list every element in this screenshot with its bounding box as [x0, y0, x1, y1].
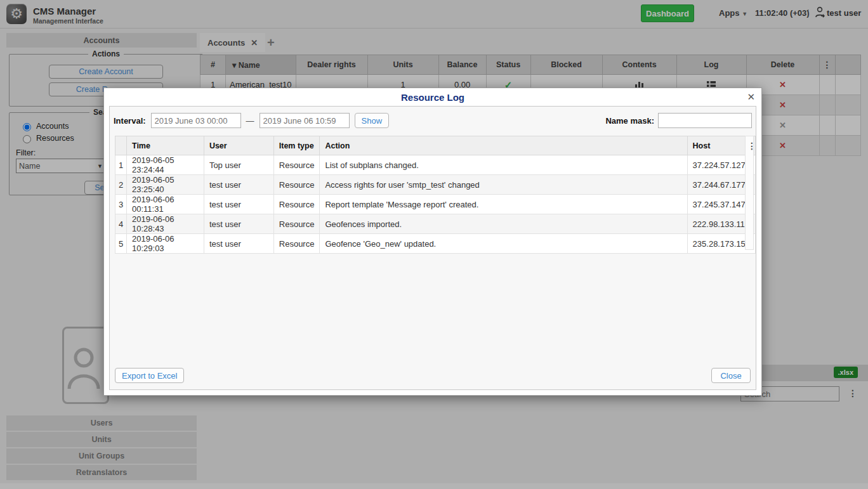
log-cell: 2019-06-06 10:28:43	[126, 214, 204, 234]
log-column-header-action[interactable]: Action	[320, 136, 687, 155]
log-cell: Report template 'Message report' created…	[320, 195, 687, 214]
log-column-header-item-type[interactable]: Item type	[273, 136, 320, 155]
log-row: 22019-06-05 23:25:40test userResourceAcc…	[115, 175, 756, 195]
log-cell: Resource	[273, 155, 320, 175]
log-table-scrollbar[interactable]: ⋮	[745, 136, 754, 250]
log-cell: Resource	[273, 234, 320, 254]
show-button[interactable]: Show	[355, 113, 390, 128]
log-column-header-num[interactable]	[115, 136, 127, 155]
interval-label: Interval:	[114, 116, 146, 126]
log-table-header: TimeUserItem typeActionHost	[115, 136, 756, 155]
log-cell: Geofence 'Geo_new' updated.	[320, 234, 687, 254]
log-cell: 2019-06-05 23:25:40	[126, 175, 204, 195]
log-cell: List of subplans changed.	[320, 155, 687, 175]
name-mask-input[interactable]	[658, 113, 752, 128]
interval-to-input[interactable]	[260, 113, 350, 128]
log-row: 32019-06-06 00:11:31test userResourceRep…	[115, 195, 756, 214]
log-column-header-time[interactable]: Time	[126, 136, 204, 155]
log-cell: Resource	[273, 175, 320, 195]
dialog-close-icon[interactable]: ✕	[747, 92, 755, 101]
log-cell: 2	[115, 175, 127, 195]
log-cell: 4	[115, 214, 127, 234]
log-cell: 2019-06-06 00:11:31	[126, 195, 204, 214]
log-cell: 2019-06-06 10:29:03	[126, 234, 204, 254]
log-row: 42019-06-06 10:28:43test userResourceGeo…	[115, 214, 756, 234]
interval-from-input[interactable]	[151, 113, 241, 128]
log-row: 52019-06-06 10:29:03test userResourceGeo…	[115, 234, 756, 254]
name-mask-label: Name mask:	[605, 116, 654, 126]
log-table-body: 12019-06-05 23:24:44Top userResourceList…	[115, 155, 756, 254]
log-cell: test user	[204, 175, 273, 195]
log-cell: test user	[204, 234, 273, 254]
log-column-header-user[interactable]: User	[204, 136, 273, 155]
export-to-excel-button[interactable]: Export to Excel	[115, 368, 184, 383]
dialog-content: Interval: — Show Name mask: TimeUserItem…	[109, 106, 756, 390]
log-cell: Geofences imported.	[320, 214, 687, 234]
interval-row: Interval: — Show Name mask:	[114, 113, 752, 128]
interval-dash: —	[246, 116, 254, 126]
log-cell: 2019-06-05 23:24:44	[126, 155, 204, 175]
resource-log-dialog: Resource Log ✕ Interval: — Show Name mas…	[103, 88, 762, 396]
log-table: TimeUserItem typeActionHost 12019-06-05 …	[115, 136, 756, 254]
log-cell: 3	[115, 195, 127, 214]
log-cell: test user	[204, 214, 273, 234]
log-cell: Resource	[273, 214, 320, 234]
log-cell: Access rights for user 'smtp_test' chang…	[320, 175, 687, 195]
log-cell: 1	[115, 155, 127, 175]
close-button[interactable]: Close	[711, 368, 751, 383]
dialog-title: Resource Log	[104, 88, 761, 106]
log-table-menu-icon[interactable]: ⋮	[747, 141, 756, 151]
log-cell: Resource	[273, 195, 320, 214]
log-row: 12019-06-05 23:24:44Top userResourceList…	[115, 155, 756, 175]
log-cell: test user	[204, 195, 273, 214]
log-cell: Top user	[204, 155, 273, 175]
log-cell: 5	[115, 234, 127, 254]
